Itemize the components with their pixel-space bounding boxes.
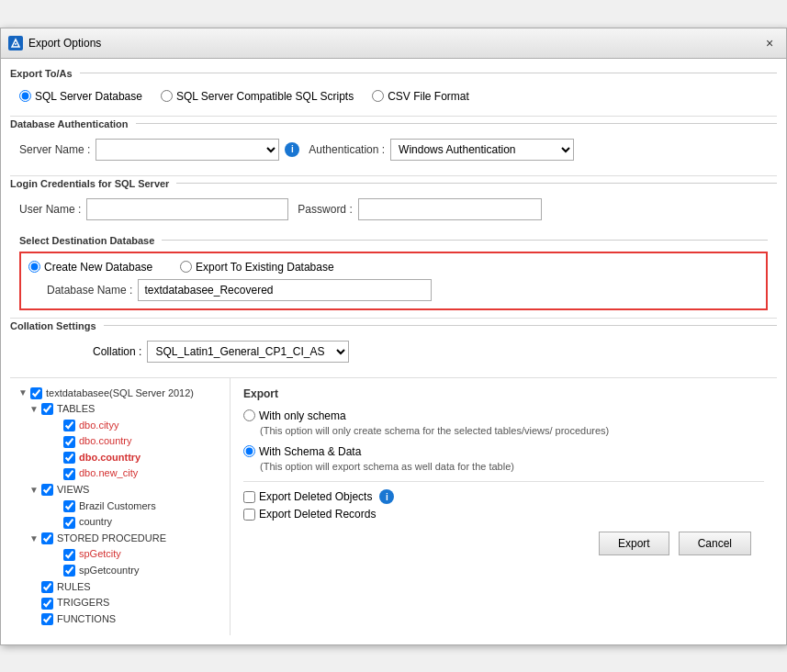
db-auth-section: Database Authentication Server Name : i … [10, 118, 777, 168]
views-group: ▼ VIEWS Brazil Customers [17, 482, 222, 531]
sql-server-db-option[interactable]: SQL Server Database [19, 90, 142, 103]
collation-select[interactable]: SQL_Latin1_General_CP1_CI_AS Latin1_Gene… [147, 341, 349, 363]
export-deleted-objects-label-group[interactable]: Export Deleted Objects [243, 490, 372, 503]
separator-3 [10, 318, 777, 319]
create-new-option[interactable]: Create New Database [28, 261, 152, 274]
counttry-expand [51, 451, 62, 465]
rules-expand-icon [28, 579, 39, 594]
csv-format-radio[interactable] [372, 90, 384, 102]
country-view-label: country [79, 514, 112, 531]
schema-only-label: With only schema [259, 409, 346, 422]
rules-group: RULES [17, 579, 222, 596]
export-button[interactable]: Export [599, 532, 669, 555]
views-expand-icon[interactable]: ▼ [28, 483, 39, 498]
divider [243, 481, 764, 482]
spgetcity-checkbox[interactable] [63, 549, 75, 561]
db-auth-grid: Server Name : i Authentication : Windows… [10, 135, 777, 168]
stored-proc-item[interactable]: ▼ STORED PROCEDURE [28, 531, 222, 547]
tables-item[interactable]: ▼ TABLES [28, 401, 222, 418]
cityy-checkbox[interactable] [63, 420, 75, 431]
schema-only-radio[interactable] [243, 409, 255, 421]
password-input[interactable] [358, 198, 542, 220]
triggers-item[interactable]: TRIGGERS [28, 595, 222, 611]
export-panel: Export With only schema (This option wil… [230, 378, 777, 635]
cityy-label: dbo.cityy [79, 418, 118, 434]
create-new-radio[interactable] [28, 261, 40, 273]
functions-checkbox[interactable] [41, 613, 53, 625]
root-checkbox[interactable] [30, 387, 42, 399]
server-info-icon[interactable]: i [285, 142, 299, 157]
brazil-label: Brazil Customers [79, 498, 156, 515]
stored-proc-label: STORED PROCEDURE [57, 531, 166, 547]
schema-data-label: With Schema & Data [259, 445, 361, 458]
export-deleted-objects-label: Export Deleted Objects [259, 490, 372, 503]
cancel-button[interactable]: Cancel [679, 532, 751, 555]
tree-item-country-view[interactable]: country [51, 514, 222, 531]
export-existing-option[interactable]: Export To Existing Database [180, 261, 334, 274]
sql-compatible-radio[interactable] [161, 90, 173, 102]
app-icon [8, 36, 23, 50]
export-existing-radio[interactable] [180, 261, 192, 273]
counttry-checkbox[interactable] [63, 452, 75, 464]
tree-root[interactable]: ▼ textdatabasee(SQL Server 2012) [17, 386, 222, 402]
deleted-objects-info-icon[interactable]: i [379, 489, 394, 504]
password-label: Password : [298, 203, 352, 216]
username-input[interactable] [86, 198, 288, 220]
triggers-label: TRIGGERS [57, 595, 109, 611]
root-expand-icon[interactable]: ▼ [17, 386, 28, 400]
new-city-label: dbo.new_city [79, 465, 138, 482]
collation-header: Collation Settings [10, 320, 777, 331]
functions-item[interactable]: FUNCTIONS [28, 611, 222, 628]
country-view-checkbox[interactable] [63, 517, 75, 529]
export-deleted-records-checkbox[interactable] [243, 509, 255, 521]
tree-item-country[interactable]: dbo.country [51, 433, 222, 450]
tree-item-brazil[interactable]: Brazil Customers [51, 498, 222, 515]
tree-item-counttry[interactable]: dbo.counttry [51, 450, 222, 466]
schema-data-radio[interactable] [243, 445, 255, 457]
stored-proc-group: ▼ STORED PROCEDURE spGetcity [17, 531, 222, 579]
schema-data-radio-group[interactable]: With Schema & Data [243, 445, 764, 458]
tree-item-spgetcity[interactable]: spGetcity [51, 546, 222, 563]
stored-proc-checkbox[interactable] [41, 532, 53, 544]
new-city-checkbox[interactable] [63, 468, 75, 480]
export-deleted-objects-checkbox[interactable] [243, 491, 255, 503]
stored-proc-children: spGetcity spGetcountry [28, 546, 222, 578]
csv-format-option[interactable]: CSV File Format [372, 90, 469, 103]
functions-label: FUNCTIONS [57, 611, 116, 628]
cityy-expand [51, 418, 62, 432]
db-name-input[interactable] [138, 279, 432, 301]
views-item[interactable]: ▼ VIEWS [28, 482, 222, 498]
tree-item-cityy[interactable]: dbo.cityy [51, 418, 222, 434]
country-checkbox[interactable] [63, 436, 75, 448]
export-deleted-objects-option: Export Deleted Objects i [243, 489, 764, 504]
views-checkbox[interactable] [41, 484, 53, 496]
sql-server-db-radio[interactable] [19, 90, 31, 102]
sql-compatible-option[interactable]: SQL Server Compatible SQL Scripts [161, 90, 354, 103]
tree-item-spgetcountry[interactable]: spGetcountry [51, 563, 222, 579]
close-button[interactable]: × [760, 34, 779, 52]
schema-only-radio-group[interactable]: With only schema [243, 409, 764, 422]
username-group: User Name : [19, 198, 288, 220]
triggers-expand-icon [28, 596, 39, 610]
schema-only-desc: (This option will only create schema for… [260, 424, 764, 438]
triggers-checkbox[interactable] [41, 598, 53, 610]
server-name-group: Server Name : i [19, 139, 299, 161]
export-options-window: Export Options × Export To/As SQL Server… [0, 28, 787, 645]
brazil-checkbox[interactable] [63, 500, 75, 512]
stored-proc-expand-icon[interactable]: ▼ [28, 532, 39, 546]
export-deleted-records-label-group[interactable]: Export Deleted Records [243, 508, 376, 521]
tables-expand-icon[interactable]: ▼ [28, 402, 39, 417]
db-name-row: Database Name : [28, 279, 759, 301]
tables-checkbox[interactable] [41, 403, 53, 415]
rules-item[interactable]: RULES [28, 579, 222, 596]
spgetcountry-checkbox[interactable] [63, 565, 75, 577]
collation-label: Collation : [19, 345, 141, 358]
rules-checkbox[interactable] [41, 581, 53, 593]
server-name-select[interactable] [96, 139, 279, 161]
db-auth-header: Database Authentication [10, 118, 777, 129]
login-grid: User Name : Password : [10, 195, 777, 228]
root-label: textdatabasee(SQL Server 2012) [46, 386, 194, 402]
tree-item-new-city[interactable]: dbo.new_city [51, 465, 222, 482]
functions-expand-icon [28, 612, 39, 627]
authentication-select[interactable]: Windows Authentication SQL Server Authen… [390, 139, 574, 161]
